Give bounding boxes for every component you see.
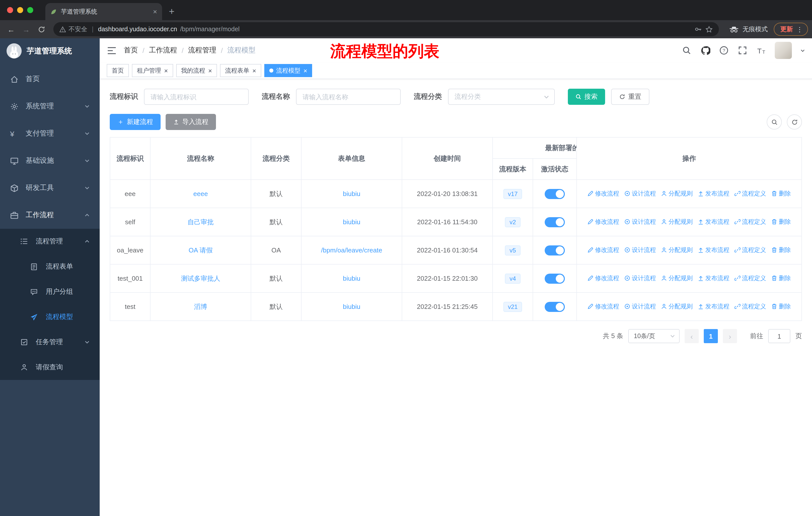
- action-edit-link[interactable]: 修改流程: [587, 189, 619, 198]
- row-form-link[interactable]: biubiu: [343, 218, 360, 226]
- search-icon[interactable]: [682, 45, 692, 55]
- action-edit-link[interactable]: 修改流程: [587, 302, 619, 311]
- back-icon[interactable]: ←: [4, 22, 18, 36]
- search-button[interactable]: 搜索: [568, 89, 605, 105]
- bookmark-star-icon[interactable]: [705, 25, 713, 33]
- toggle-search-button[interactable]: [767, 114, 782, 130]
- row-form-link[interactable]: biubiu: [343, 190, 360, 197]
- sidebar-item-process-form[interactable]: 流程表单: [0, 254, 100, 279]
- active-toggle[interactable]: [545, 302, 565, 312]
- row-process-name-link[interactable]: 自己审批: [187, 218, 214, 225]
- action-publish-link[interactable]: 发布流程: [698, 274, 729, 283]
- sidebar-item-home[interactable]: 首页: [0, 65, 100, 93]
- browser-tab[interactable]: 芋道管理系统 ×: [45, 3, 162, 20]
- action-assign-link[interactable]: 分配规则: [661, 218, 693, 226]
- row-form-link[interactable]: biubiu: [343, 275, 360, 282]
- tag-tenant-mgmt[interactable]: 租户管理 ×: [132, 64, 173, 77]
- prev-page-button[interactable]: ‹: [685, 329, 699, 343]
- hamburger-icon[interactable]: [100, 47, 124, 54]
- tab-close-icon[interactable]: ×: [153, 7, 157, 16]
- tag-process-model[interactable]: 流程模型 ×: [264, 64, 312, 77]
- breadcrumb-workflow[interactable]: 工作流程: [149, 46, 177, 55]
- row-process-name-link[interactable]: OA 请假: [188, 246, 212, 254]
- sidebar-item-payment[interactable]: ¥ 支付管理: [0, 120, 100, 147]
- process-name-input[interactable]: [296, 89, 401, 105]
- font-size-icon[interactable]: TT: [756, 45, 766, 55]
- action-edit-link[interactable]: 修改流程: [587, 274, 619, 283]
- window-close-button[interactable]: [7, 7, 13, 13]
- action-design-link[interactable]: 设计流程: [624, 189, 656, 198]
- close-icon[interactable]: ×: [252, 67, 256, 74]
- browser-menu-icon[interactable]: ⋮: [796, 25, 803, 33]
- action-delete-link[interactable]: 删除: [771, 218, 791, 226]
- tag-home[interactable]: 首页: [107, 64, 129, 77]
- category-select[interactable]: 流程分类: [448, 89, 555, 105]
- current-page-button[interactable]: 1: [704, 329, 718, 343]
- sidebar-item-process-mgmt[interactable]: 流程管理: [0, 229, 100, 254]
- sidebar-item-workflow[interactable]: 工作流程: [0, 201, 100, 229]
- sidebar-item-system[interactable]: 系统管理: [0, 93, 100, 120]
- row-process-name-link[interactable]: 测试多审批人: [181, 274, 220, 282]
- sidebar-item-devtools[interactable]: 研发工具: [0, 174, 100, 201]
- sidebar-item-leave-query[interactable]: 请假查询: [0, 355, 100, 380]
- row-process-name-link[interactable]: eeee: [193, 190, 208, 197]
- next-page-button[interactable]: ›: [723, 329, 737, 343]
- window-minimize-button[interactable]: [17, 7, 23, 13]
- action-design-link[interactable]: 设计流程: [624, 246, 656, 254]
- tag-process-form[interactable]: 流程表单 ×: [220, 64, 261, 77]
- action-definition-link[interactable]: 流程定义: [734, 302, 766, 311]
- active-toggle[interactable]: [545, 189, 565, 199]
- reset-button[interactable]: 重置: [611, 89, 649, 105]
- close-icon[interactable]: ×: [208, 67, 212, 74]
- row-form-link[interactable]: biubiu: [343, 303, 360, 310]
- new-tab-button[interactable]: +: [164, 4, 179, 19]
- action-delete-link[interactable]: 删除: [771, 302, 791, 311]
- action-design-link[interactable]: 设计流程: [624, 302, 656, 311]
- address-bar[interactable]: 不安全 | dashboard.yudao.iocoder.cn/bpm/man…: [53, 22, 719, 36]
- action-edit-link[interactable]: 修改流程: [587, 218, 619, 226]
- row-form-link[interactable]: /bpm/oa/leave/create: [321, 246, 382, 254]
- row-process-name-link[interactable]: 滔博: [194, 303, 207, 310]
- action-delete-link[interactable]: 删除: [771, 189, 791, 198]
- tag-my-process[interactable]: 我的流程 ×: [176, 64, 217, 77]
- action-publish-link[interactable]: 发布流程: [698, 246, 729, 254]
- action-publish-link[interactable]: 发布流程: [698, 189, 729, 198]
- help-icon[interactable]: ?: [719, 45, 729, 55]
- github-icon[interactable]: [700, 45, 710, 55]
- active-toggle[interactable]: [545, 217, 565, 227]
- action-assign-link[interactable]: 分配规则: [661, 189, 693, 198]
- action-delete-link[interactable]: 删除: [771, 246, 791, 254]
- update-button[interactable]: 更新 ⋮: [774, 23, 808, 36]
- action-assign-link[interactable]: 分配规则: [661, 274, 693, 283]
- action-definition-link[interactable]: 流程定义: [734, 246, 766, 254]
- password-key-icon[interactable]: [694, 25, 702, 33]
- action-assign-link[interactable]: 分配规则: [661, 302, 693, 311]
- breadcrumb-home[interactable]: 首页: [124, 46, 138, 55]
- avatar-caret-icon[interactable]: [801, 48, 805, 53]
- refresh-table-button[interactable]: [787, 114, 802, 130]
- active-toggle[interactable]: [545, 245, 565, 255]
- action-publish-link[interactable]: 发布流程: [698, 218, 729, 226]
- security-warning-icon[interactable]: 不安全: [59, 25, 87, 33]
- active-toggle[interactable]: [545, 273, 565, 283]
- action-assign-link[interactable]: 分配规则: [661, 246, 693, 254]
- import-process-button[interactable]: 导入流程: [166, 114, 216, 130]
- sidebar-item-user-group[interactable]: 用户分组: [0, 279, 100, 304]
- action-design-link[interactable]: 设计流程: [624, 274, 656, 283]
- process-id-input[interactable]: [144, 89, 249, 105]
- breadcrumb-process-mgmt[interactable]: 流程管理: [188, 46, 216, 55]
- close-icon[interactable]: ×: [164, 67, 168, 74]
- action-publish-link[interactable]: 发布流程: [698, 302, 729, 311]
- sidebar-item-infra[interactable]: 基础设施: [0, 147, 100, 174]
- goto-page-input[interactable]: [768, 329, 790, 343]
- sidebar-item-process-model[interactable]: 流程模型: [0, 304, 100, 330]
- forward-icon[interactable]: →: [19, 22, 33, 36]
- sidebar-item-task-mgmt[interactable]: 任务管理: [0, 330, 100, 355]
- user-avatar[interactable]: [775, 42, 792, 59]
- action-edit-link[interactable]: 修改流程: [587, 246, 619, 254]
- page-size-select[interactable]: 10条/页: [628, 329, 679, 343]
- action-definition-link[interactable]: 流程定义: [734, 218, 766, 226]
- create-process-button[interactable]: ＋ 新建流程: [110, 114, 161, 130]
- action-definition-link[interactable]: 流程定义: [734, 274, 766, 283]
- action-definition-link[interactable]: 流程定义: [734, 189, 766, 198]
